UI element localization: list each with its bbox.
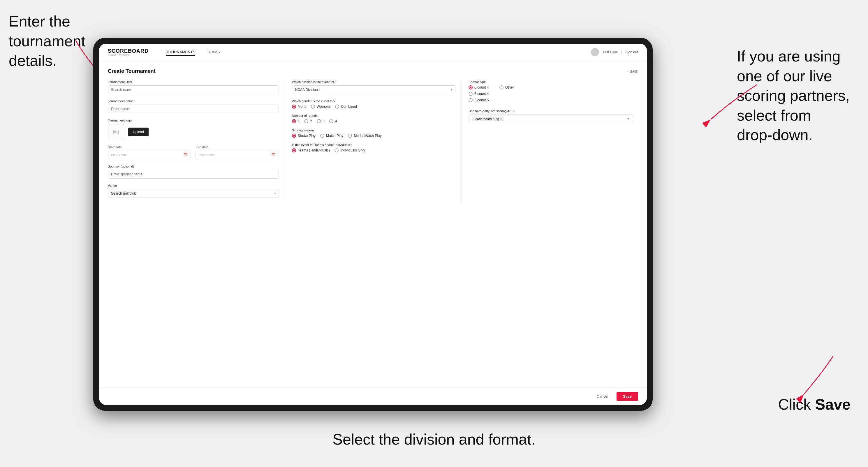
name-field-group: Tournament name bbox=[108, 99, 279, 113]
gender-combined[interactable]: Combined bbox=[335, 104, 357, 109]
live-scoring-field-group: Use third-party live scoring API? Leader… bbox=[468, 109, 632, 123]
format-5count4-radio bbox=[468, 85, 473, 89]
rounds-field-group: Number of rounds 1 2 bbox=[292, 114, 456, 123]
live-scoring-select[interactable]: Leaderboard King × ▾ bbox=[468, 115, 632, 123]
scoring-match[interactable]: Match Play bbox=[320, 134, 343, 138]
end-date-icon: 📅 bbox=[271, 153, 276, 157]
format-6count5-radio bbox=[468, 98, 473, 102]
venue-label: Venue bbox=[108, 184, 279, 187]
upload-button[interactable]: Upload bbox=[128, 128, 149, 136]
start-date-label: Start date bbox=[108, 145, 191, 149]
scoring-label: Scoring system bbox=[292, 128, 456, 132]
logo-sub: Powered by Clippit bbox=[108, 54, 149, 57]
rounds-2-label: 2 bbox=[310, 119, 312, 123]
venue-select-wrapper: Search golf club bbox=[108, 189, 279, 198]
venue-select[interactable]: Search golf club bbox=[108, 189, 279, 198]
user-avatar bbox=[591, 48, 599, 56]
scoring-medal[interactable]: Medal Match Play bbox=[348, 134, 381, 138]
live-scoring-chevron-icon: ▾ bbox=[627, 117, 629, 121]
date-row: Start date Pick a date 📅 End date Pick a… bbox=[108, 145, 279, 159]
scoring-radio-group: Stroke Play Match Play Medal Match Play bbox=[292, 134, 456, 138]
teams-label: Is this event for Teams and/or Individua… bbox=[292, 143, 456, 147]
page-header: Create Tournament ‹ Back bbox=[108, 68, 638, 74]
rounds-3-label: 3 bbox=[322, 119, 324, 123]
scoring-stroke-label: Stroke Play bbox=[298, 134, 315, 138]
logo-upload-row: Upload bbox=[108, 124, 279, 140]
format-other-label: Other bbox=[505, 85, 514, 89]
gender-mens-radio bbox=[292, 104, 296, 109]
gender-mens[interactable]: Mens bbox=[292, 104, 306, 109]
annotation-topleft: Enter the tournament details. bbox=[9, 12, 108, 71]
sponsor-input[interactable] bbox=[108, 170, 279, 179]
gender-label: Which gender is the event for? bbox=[292, 99, 456, 103]
name-label: Tournament name bbox=[108, 99, 279, 103]
format-label: Format type bbox=[468, 80, 632, 84]
nav-tournaments[interactable]: TOURNAMENTS bbox=[166, 49, 195, 56]
division-select-wrapper: NCAA Division I bbox=[292, 85, 456, 94]
end-date-label: End date bbox=[195, 145, 279, 149]
format-field-group: Format type 5 count 4 Other bbox=[468, 80, 632, 102]
gender-womens[interactable]: Womens bbox=[311, 104, 331, 109]
live-scoring-value: Leaderboard King × bbox=[472, 117, 504, 121]
teams-plus-individuals[interactable]: Teams (+Individuals) bbox=[292, 148, 330, 152]
scoring-stroke[interactable]: Stroke Play bbox=[292, 134, 315, 138]
rounds-1-radio bbox=[292, 119, 296, 123]
division-select[interactable]: NCAA Division I bbox=[292, 85, 456, 94]
teams-radio-group: Teams (+Individuals) Individuals Only bbox=[292, 148, 456, 152]
teams-label-text: Teams (+Individuals) bbox=[298, 148, 330, 152]
format-6count4-radio bbox=[468, 92, 473, 96]
user-name: Test User bbox=[602, 50, 617, 54]
end-date-field: End date Pick a date 📅 bbox=[195, 145, 279, 159]
teams-field-group: Is this event for Teams and/or Individua… bbox=[292, 143, 456, 152]
rounds-radio-group: 1 2 3 4 bbox=[292, 119, 456, 123]
save-button[interactable]: Save bbox=[617, 392, 638, 401]
gender-mens-label: Mens bbox=[298, 104, 306, 109]
rounds-4-label: 4 bbox=[335, 119, 337, 123]
content-area: Create Tournament ‹ Back Tournament Host… bbox=[99, 61, 647, 387]
format-other-radio bbox=[499, 85, 503, 89]
rounds-2-radio bbox=[304, 119, 308, 123]
format-other[interactable]: Other bbox=[499, 85, 514, 89]
teams-radio bbox=[292, 148, 296, 152]
page-title: Create Tournament bbox=[108, 68, 156, 74]
tablet-screen: SCOREBOARD Powered by Clippit TOURNAMENT… bbox=[99, 44, 647, 405]
format-6count4-label: 6 count 4 bbox=[474, 92, 489, 96]
start-date-input[interactable]: Pick a date 📅 bbox=[108, 151, 191, 159]
rounds-4[interactable]: 4 bbox=[329, 119, 337, 123]
logo-field-group: Tournament logo Upload bbox=[108, 119, 279, 140]
rounds-label: Number of rounds bbox=[292, 114, 456, 117]
rounds-3[interactable]: 3 bbox=[317, 119, 324, 123]
format-6count4[interactable]: 6 count 4 bbox=[468, 92, 632, 96]
rounds-1-label: 1 bbox=[298, 119, 300, 123]
rounds-4-radio bbox=[329, 119, 333, 123]
gender-womens-label: Womens bbox=[317, 104, 331, 109]
live-scoring-clear-icon[interactable]: × bbox=[500, 117, 502, 121]
end-date-placeholder: Pick a date bbox=[199, 153, 214, 157]
rounds-2[interactable]: 2 bbox=[304, 119, 312, 123]
format-options: 5 count 4 Other 6 count 4 bbox=[468, 85, 632, 102]
division-label: Which division is the event for? bbox=[292, 80, 456, 84]
host-field-group: Tournament Host bbox=[108, 80, 279, 94]
sign-out-link[interactable]: Sign out bbox=[625, 50, 638, 54]
format-6count5[interactable]: 6 count 5 bbox=[468, 98, 632, 102]
back-link[interactable]: ‹ Back bbox=[627, 69, 638, 73]
gender-combined-label: Combined bbox=[341, 104, 357, 109]
cancel-button[interactable]: Cancel bbox=[592, 392, 613, 401]
end-date-input[interactable]: Pick a date 📅 bbox=[195, 151, 279, 159]
scoring-medal-radio bbox=[348, 134, 352, 138]
name-input[interactable] bbox=[108, 104, 279, 113]
individuals-only[interactable]: Individuals Only bbox=[335, 148, 365, 152]
host-input[interactable] bbox=[108, 85, 279, 94]
rounds-1[interactable]: 1 bbox=[292, 119, 300, 123]
form-col-2: Which division is the event for? NCAA Di… bbox=[285, 80, 462, 203]
format-row-1: 5 count 4 Other bbox=[468, 85, 632, 89]
format-5count4[interactable]: 5 count 4 bbox=[468, 85, 489, 89]
form-col-3: Format type 5 count 4 Other bbox=[461, 80, 638, 203]
form-footer: Cancel Save bbox=[99, 387, 647, 405]
sponsor-field-group: Sponsor (optional) bbox=[108, 165, 279, 179]
form-columns: Tournament Host Tournament name Tourname… bbox=[108, 80, 638, 203]
logo-preview bbox=[108, 124, 124, 140]
nav-teams[interactable]: TEAMS bbox=[207, 49, 220, 56]
individuals-radio bbox=[335, 148, 339, 152]
format-5count4-label: 5 count 4 bbox=[474, 85, 489, 89]
